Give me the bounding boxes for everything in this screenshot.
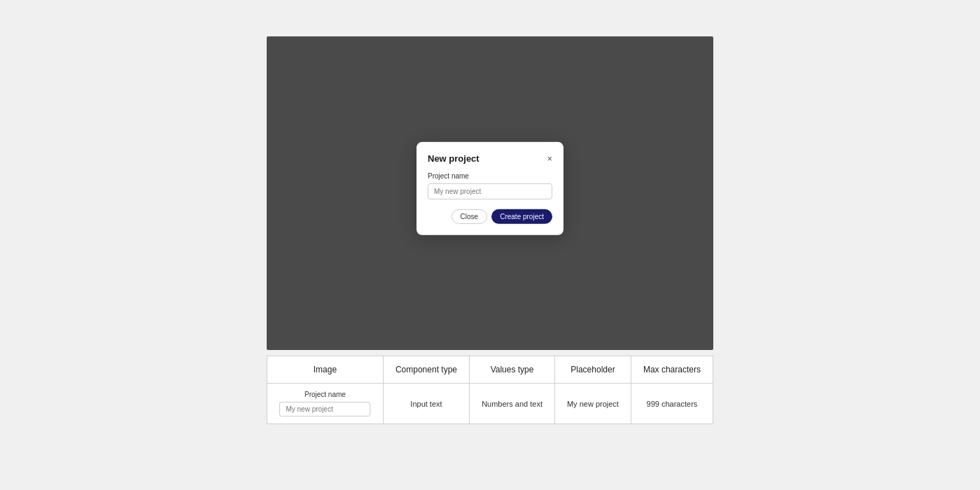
col-header-component-type: Component type bbox=[383, 356, 469, 384]
modal-close-button[interactable]: × bbox=[547, 154, 552, 163]
cell-values-type: Numbers and text bbox=[470, 384, 555, 424]
table-row: Project name Input text Numbers and text… bbox=[267, 384, 713, 424]
modal-body: Project name bbox=[428, 172, 552, 200]
table-header-row: Image Component type Values type Placeho… bbox=[267, 356, 713, 384]
project-name-input[interactable] bbox=[428, 183, 552, 200]
cell-component-type: Input text bbox=[383, 384, 469, 424]
cell-placeholder: My new project bbox=[555, 384, 631, 424]
create-project-button[interactable]: Create project bbox=[491, 209, 552, 224]
modal-header: New project × bbox=[428, 153, 552, 164]
col-header-max-characters: Max characters bbox=[631, 356, 713, 384]
col-header-placeholder: Placeholder bbox=[555, 356, 631, 384]
row-input[interactable] bbox=[279, 402, 370, 416]
project-name-label: Project name bbox=[428, 172, 552, 180]
table-section: Image Component type Values type Placeho… bbox=[267, 356, 713, 424]
component-table: Image Component type Values type Placeho… bbox=[267, 356, 713, 424]
modal-footer: Close Create project bbox=[428, 209, 552, 224]
col-header-values-type: Values type bbox=[470, 356, 555, 384]
cell-image: Project name bbox=[267, 384, 384, 424]
col-header-image: Image bbox=[267, 356, 384, 384]
new-project-modal: New project × Project name Close Create … bbox=[416, 142, 564, 235]
row-label: Project name bbox=[279, 391, 372, 398]
cell-max-characters: 999 characters bbox=[631, 384, 713, 424]
close-button[interactable]: Close bbox=[451, 209, 488, 224]
modal-title: New project bbox=[428, 153, 479, 164]
main-preview-area: New project × Project name Close Create … bbox=[267, 36, 713, 350]
